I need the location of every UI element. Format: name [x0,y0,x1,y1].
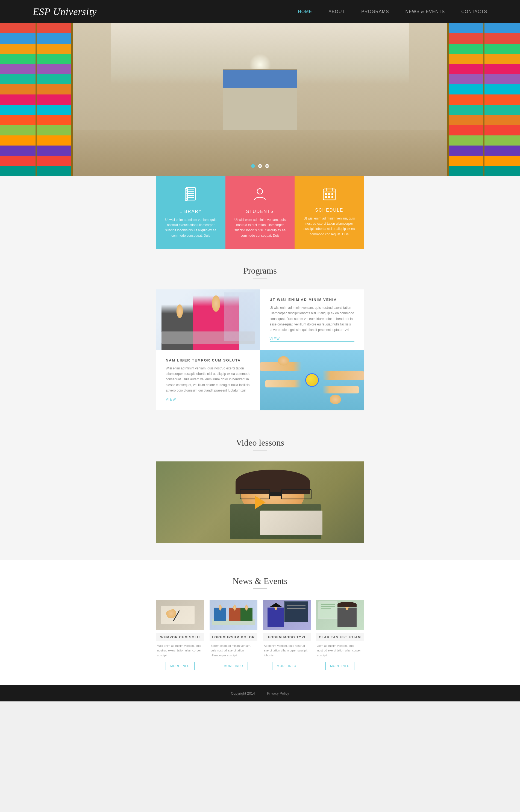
svg-rect-22 [328,196,330,198]
carousel-dot-3[interactable] [265,164,269,168]
privacy-policy-link[interactable]: Privacy Policy [267,691,289,695]
news-1-more-info-button[interactable]: MORE INFO [165,662,194,670]
svg-rect-21 [325,196,327,198]
shelf-divider-left-1 [35,23,37,176]
person-2 [229,604,241,621]
news-2-text: Serem enim ad minim veniam, quis nostrud… [210,644,257,658]
speaker-hair [337,602,357,607]
schedule-title: SCHEDULE [303,208,356,213]
news-1-title: WEMPOR CUM SOLU [156,633,204,641]
program-2-description: Wisi enim ad minim veniam, quis nostrud … [166,366,251,393]
program-2-link[interactable]: VIEW [166,397,251,402]
news-card-1: WEMPOR CUM SOLU Wisi enim ad minim venia… [156,600,204,674]
face-bottom [322,392,348,410]
program-1-description: Ut wisi enim ad minim veniam, quis nostr… [270,305,355,333]
news-1-text: Wisi enim ad minim veniam, quis nostrud … [156,644,204,658]
svg-rect-19 [328,193,330,195]
study-image-sim [156,289,260,350]
program-1-text: UT WISI ENIM AD MINIM VENIA Ut wisi enim… [260,289,364,350]
person-3 [240,604,253,621]
video-container[interactable] [156,461,364,543]
site-logo: ESP University [33,6,97,18]
programs-content: UT WISI ENIM AD MINIM VENIA Ut wisi enim… [156,289,364,410]
book [260,510,322,535]
programs-title: Programs [0,265,520,276]
students-title: STUDENTS [234,209,286,214]
library-desc: Ut wisi enim ad minim veniam, quis nostr… [164,217,217,239]
news-card-4: CLARITAS EST ETIAM Xem ad minim veniam, … [316,600,364,674]
programs-section: Programs UT WISI ENIM AD MINIM VENIA Ut … [0,249,520,421]
program-1-title: UT WISI ENIM AD MINIM VENIA [270,298,355,302]
news-1-image [156,600,204,630]
program-2-title: NAM LIBER TEMPOR CUM SOLUTA [166,358,251,362]
program-row-1: UT WISI ENIM AD MINIM VENIA Ut wisi enim… [156,289,364,350]
news-card-2: LOREM IPSUM DOLOR Serem enim ad minim ve… [210,600,257,674]
door-window [223,69,297,88]
shelf-divider-right-2 [447,23,449,176]
sports-image-sim [260,350,364,410]
background-shelves [224,292,255,341]
news-4-image [316,600,364,630]
news-4-more-info-button[interactable]: MORE INFO [326,662,354,670]
schedule-icon [303,187,356,204]
news-2-more-info-button[interactable]: MORE INFO [219,662,248,670]
program-1-link[interactable]: VIEW [270,337,355,341]
program-1-image [156,289,260,350]
footer-divider: | [260,691,261,696]
video-section: Video lessons [0,421,520,560]
video-divider [253,450,267,450]
news-2-image [210,600,257,630]
meeting-sim [210,600,257,630]
library-title: LIBRARY [164,209,217,214]
news-4-title: CLARITAS EST ETIAM [316,633,364,641]
carousel-dot-1[interactable] [251,164,255,168]
shelf-divider-right-1 [483,23,485,176]
graduation-sim [263,600,311,630]
copyright-text: Copyright 2014 [231,691,255,695]
feature-library: LIBRARY Ut wisi enim ad minim veniam, qu… [156,176,226,249]
carousel-dot-2[interactable] [258,164,262,168]
carousel-dots [251,164,269,168]
presentation [320,603,337,618]
nav-item-programs[interactable]: PROGRAMS [361,9,389,14]
writing-sim [156,600,204,630]
end-door [223,69,297,130]
nav-item-news-events[interactable]: NEWS & EVENTS [406,9,445,14]
person-1 [214,604,226,621]
news-section: News & Events WEMPOR CUM SOLU Wisi enim … [0,560,520,685]
news-grid: WEMPOR CUM SOLU Wisi enim ad minim venia… [156,600,364,674]
svg-rect-20 [332,193,333,195]
news-3-title: EODEM MODO TYPI [263,633,311,641]
footer: Copyright 2014 | Privacy Policy [0,685,520,701]
hand-right-1 [322,371,364,380]
library-icon [164,187,217,205]
board [284,601,308,622]
nav-item-contacts[interactable]: CONTACTS [461,9,487,14]
glasses-frame [236,489,316,499]
glasses-right [281,489,312,499]
nav-item-about[interactable]: ABOUT [329,9,345,14]
svg-rect-18 [325,193,327,195]
program-2-text: NAM LIBER TEMPOR CUM SOLUTA Wisi enim ad… [156,350,260,410]
students-icon [234,187,286,205]
news-section-title: News & Events [0,576,520,586]
play-button[interactable] [255,496,266,509]
news-3-more-info-button[interactable]: MORE INFO [272,662,301,670]
hand-left-2 [265,380,302,387]
header: ESP University HOME ABOUT PROGRAMS NEWS … [0,0,520,23]
news-2-title: LOREM IPSUM DOLOR [210,633,257,641]
program-2-image [260,350,364,410]
right-bookshelf [449,23,520,176]
face-top [270,350,296,368]
feature-students: STUDENTS Ut wisi enim ad minim veniam, q… [226,176,294,249]
news-3-image [263,600,311,630]
news-4-text: Xem ad minim veniam, quis nostrud exerci… [316,644,364,658]
news-card-3: EODEM MODO TYPI Ad minim veniam, quis no… [263,600,311,674]
svg-rect-23 [332,196,333,198]
volleyball [305,373,319,387]
schedule-desc: Ut wisi enim ad minim veniam, quis nostr… [303,216,356,237]
nav-item-home[interactable]: HOME [298,9,312,14]
speaker-sim [316,600,364,630]
program-row-2: NAM LIBER TEMPOR CUM SOLUTA Wisi enim ad… [156,350,364,410]
main-nav: HOME ABOUT PROGRAMS NEWS & EVENTS CONTAC… [298,9,487,14]
